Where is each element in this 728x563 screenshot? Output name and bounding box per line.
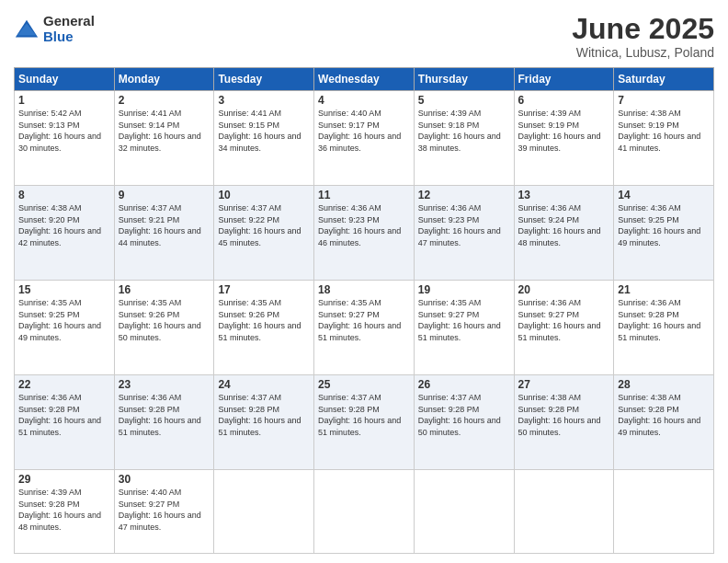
logo-icon xyxy=(14,17,40,42)
day-number: 12 xyxy=(418,189,510,201)
day-cell: 20Sunrise: 4:36 AMSunset: 9:27 PMDayligh… xyxy=(514,281,614,375)
logo-blue-text: Blue xyxy=(43,29,95,45)
day-cell xyxy=(614,470,714,554)
day-number: 24 xyxy=(218,378,310,391)
day-cell: 12Sunrise: 4:36 AMSunset: 9:23 PMDayligh… xyxy=(414,186,514,281)
day-info: Sunrise: 4:36 AMSunset: 9:25 PMDaylight:… xyxy=(618,202,710,248)
day-cell: 19Sunrise: 4:35 AMSunset: 9:27 PMDayligh… xyxy=(414,281,514,375)
day-info: Sunrise: 4:37 AMSunset: 9:28 PMDaylight:… xyxy=(318,392,410,438)
day-info: Sunrise: 4:41 AMSunset: 9:15 PMDaylight:… xyxy=(218,108,310,154)
header-thursday: Thursday xyxy=(414,68,514,91)
day-info: Sunrise: 4:36 AMSunset: 9:28 PMDaylight:… xyxy=(119,392,210,438)
day-info: Sunrise: 4:39 AMSunset: 9:18 PMDaylight:… xyxy=(418,108,510,154)
day-cell: 5Sunrise: 4:39 AMSunset: 9:18 PMDaylight… xyxy=(414,91,514,186)
day-info: Sunrise: 4:36 AMSunset: 9:24 PMDaylight:… xyxy=(518,202,610,248)
day-info: Sunrise: 4:35 AMSunset: 9:26 PMDaylight:… xyxy=(119,297,210,343)
day-cell: 30Sunrise: 4:40 AMSunset: 9:27 PMDayligh… xyxy=(114,470,214,554)
day-number: 27 xyxy=(518,378,610,391)
day-cell: 23Sunrise: 4:36 AMSunset: 9:28 PMDayligh… xyxy=(114,375,214,470)
header-sunday: Sunday xyxy=(15,68,115,91)
day-number: 18 xyxy=(318,283,410,296)
day-info: Sunrise: 4:41 AMSunset: 9:14 PMDaylight:… xyxy=(119,108,210,154)
day-cell: 14Sunrise: 4:36 AMSunset: 9:25 PMDayligh… xyxy=(614,186,714,281)
day-number: 2 xyxy=(119,94,210,107)
day-cell: 18Sunrise: 4:35 AMSunset: 9:27 PMDayligh… xyxy=(314,281,415,375)
day-number: 10 xyxy=(218,189,310,201)
day-info: Sunrise: 4:40 AMSunset: 9:27 PMDaylight:… xyxy=(119,487,210,533)
day-number: 8 xyxy=(18,189,110,201)
day-cell: 3Sunrise: 4:41 AMSunset: 9:15 PMDaylight… xyxy=(214,91,314,186)
day-number: 22 xyxy=(18,378,110,391)
day-number: 13 xyxy=(518,189,610,201)
day-number: 9 xyxy=(119,189,210,201)
month-title: June 2025 xyxy=(572,14,714,43)
day-number: 30 xyxy=(119,473,210,486)
week-row-5: 29Sunrise: 4:39 AMSunset: 9:28 PMDayligh… xyxy=(15,470,714,554)
day-cell: 25Sunrise: 4:37 AMSunset: 9:28 PMDayligh… xyxy=(314,375,415,470)
day-number: 28 xyxy=(618,378,710,391)
day-number: 3 xyxy=(218,94,310,107)
svg-marker-1 xyxy=(17,23,37,35)
day-cell: 24Sunrise: 4:37 AMSunset: 9:28 PMDayligh… xyxy=(214,375,314,470)
day-cell: 7Sunrise: 4:38 AMSunset: 9:19 PMDaylight… xyxy=(614,91,714,186)
day-info: Sunrise: 4:36 AMSunset: 9:23 PMDaylight:… xyxy=(318,202,410,248)
header-monday: Monday xyxy=(114,68,214,91)
day-number: 15 xyxy=(18,283,110,296)
day-info: Sunrise: 4:37 AMSunset: 9:22 PMDaylight:… xyxy=(218,202,310,248)
header: General Blue June 2025 Witnica, Lubusz, … xyxy=(14,14,714,60)
header-tuesday: Tuesday xyxy=(214,68,314,91)
day-cell: 9Sunrise: 4:37 AMSunset: 9:21 PMDaylight… xyxy=(114,186,214,281)
page: General Blue June 2025 Witnica, Lubusz, … xyxy=(0,0,728,563)
weekday-header-row: Sunday Monday Tuesday Wednesday Thursday… xyxy=(15,68,714,91)
day-cell: 11Sunrise: 4:36 AMSunset: 9:23 PMDayligh… xyxy=(314,186,415,281)
logo: General Blue xyxy=(14,14,95,44)
week-row-3: 15Sunrise: 4:35 AMSunset: 9:25 PMDayligh… xyxy=(15,281,714,375)
day-cell: 10Sunrise: 4:37 AMSunset: 9:22 PMDayligh… xyxy=(214,186,314,281)
day-cell: 29Sunrise: 4:39 AMSunset: 9:28 PMDayligh… xyxy=(15,470,115,554)
day-cell xyxy=(314,470,415,554)
day-number: 17 xyxy=(218,283,310,296)
day-number: 16 xyxy=(119,283,210,296)
day-cell: 26Sunrise: 4:37 AMSunset: 9:28 PMDayligh… xyxy=(414,375,514,470)
day-info: Sunrise: 4:38 AMSunset: 9:28 PMDaylight:… xyxy=(618,392,710,438)
week-row-2: 8Sunrise: 4:38 AMSunset: 9:20 PMDaylight… xyxy=(15,186,714,281)
week-row-1: 1Sunrise: 5:42 AMSunset: 9:13 PMDaylight… xyxy=(15,91,714,186)
day-cell: 15Sunrise: 4:35 AMSunset: 9:25 PMDayligh… xyxy=(15,281,115,375)
day-info: Sunrise: 4:35 AMSunset: 9:25 PMDaylight:… xyxy=(18,297,110,343)
day-info: Sunrise: 4:35 AMSunset: 9:27 PMDaylight:… xyxy=(318,297,410,343)
header-wednesday: Wednesday xyxy=(314,68,415,91)
day-number: 4 xyxy=(318,94,410,107)
day-info: Sunrise: 4:36 AMSunset: 9:27 PMDaylight:… xyxy=(518,297,610,343)
day-number: 21 xyxy=(618,283,710,296)
day-cell: 8Sunrise: 4:38 AMSunset: 9:20 PMDaylight… xyxy=(15,186,115,281)
calendar-table: Sunday Monday Tuesday Wednesday Thursday… xyxy=(14,67,714,554)
day-cell: 22Sunrise: 4:36 AMSunset: 9:28 PMDayligh… xyxy=(15,375,115,470)
day-number: 7 xyxy=(618,94,710,107)
day-cell: 13Sunrise: 4:36 AMSunset: 9:24 PMDayligh… xyxy=(514,186,614,281)
day-cell: 4Sunrise: 4:40 AMSunset: 9:17 PMDaylight… xyxy=(314,91,415,186)
logo-general-text: General xyxy=(43,14,95,29)
day-info: Sunrise: 4:39 AMSunset: 9:19 PMDaylight:… xyxy=(518,108,610,154)
day-number: 29 xyxy=(18,473,110,486)
week-row-4: 22Sunrise: 4:36 AMSunset: 9:28 PMDayligh… xyxy=(15,375,714,470)
day-number: 20 xyxy=(518,283,610,296)
day-cell: 21Sunrise: 4:36 AMSunset: 9:28 PMDayligh… xyxy=(614,281,714,375)
location: Witnica, Lubusz, Poland xyxy=(572,45,714,60)
day-info: Sunrise: 4:35 AMSunset: 9:27 PMDaylight:… xyxy=(418,297,510,343)
day-cell: 16Sunrise: 4:35 AMSunset: 9:26 PMDayligh… xyxy=(114,281,214,375)
day-number: 26 xyxy=(418,378,510,391)
day-number: 19 xyxy=(418,283,510,296)
day-info: Sunrise: 4:40 AMSunset: 9:17 PMDaylight:… xyxy=(318,108,410,154)
day-info: Sunrise: 4:38 AMSunset: 9:19 PMDaylight:… xyxy=(618,108,710,154)
day-number: 6 xyxy=(518,94,610,107)
day-number: 11 xyxy=(318,189,410,201)
day-number: 5 xyxy=(418,94,510,107)
day-number: 23 xyxy=(119,378,210,391)
day-number: 14 xyxy=(618,189,710,201)
day-info: Sunrise: 4:35 AMSunset: 9:26 PMDaylight:… xyxy=(218,297,310,343)
day-cell xyxy=(514,470,614,554)
day-cell: 6Sunrise: 4:39 AMSunset: 9:19 PMDaylight… xyxy=(514,91,614,186)
day-cell xyxy=(214,470,314,554)
day-info: Sunrise: 4:38 AMSunset: 9:28 PMDaylight:… xyxy=(518,392,610,438)
header-friday: Friday xyxy=(514,68,614,91)
